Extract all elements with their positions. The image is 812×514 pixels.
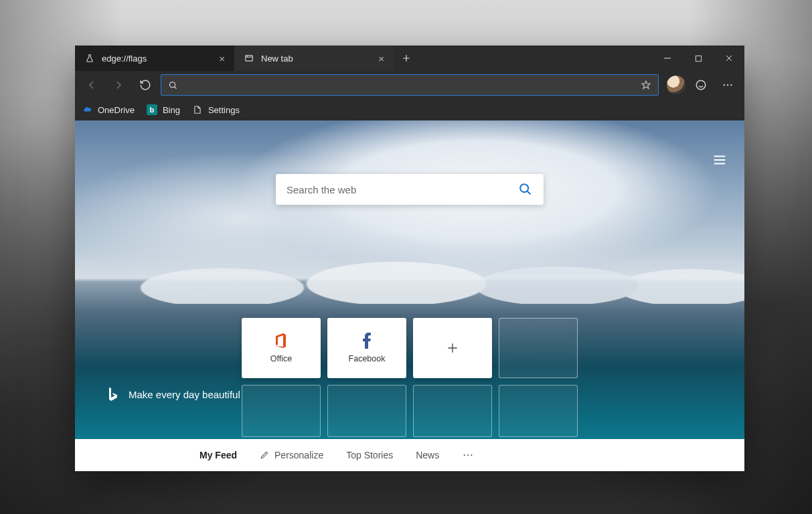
bing-icon: b — [147, 104, 157, 115]
feed-tab-myfeed[interactable]: My Feed — [199, 450, 237, 460]
web-search-box[interactable] — [276, 174, 544, 205]
svg-point-7 — [520, 184, 528, 192]
svg-rect-1 — [696, 56, 701, 61]
feed-tab-news[interactable]: News — [416, 450, 439, 460]
web-search-input[interactable] — [287, 184, 518, 195]
top-sites-row-1: Office Facebook — [242, 318, 578, 378]
refresh-button[interactable] — [134, 74, 157, 96]
new-tab-button[interactable] — [394, 46, 419, 71]
svg-rect-0 — [246, 56, 253, 61]
tab-flags[interactable]: edge://flags × — [75, 46, 234, 71]
feed-label: Personalize — [274, 450, 323, 460]
facebook-icon — [363, 333, 371, 349]
tile-placeholder[interactable] — [499, 318, 578, 378]
flask-icon — [84, 53, 95, 64]
newtab-icon — [244, 53, 254, 64]
feedback-smiley-button[interactable] — [689, 74, 712, 96]
page-icon — [192, 104, 203, 115]
svg-point-10 — [471, 454, 472, 456]
svg-point-2 — [170, 82, 175, 87]
tile-placeholder[interactable] — [499, 385, 578, 437]
tab-newtab[interactable]: New tab × — [234, 46, 394, 71]
svg-point-8 — [464, 454, 465, 456]
new-tab-page: Office Facebook — [75, 120, 744, 471]
favorite-label: Settings — [208, 105, 240, 115]
office-icon — [274, 333, 288, 349]
close-tab-icon[interactable]: × — [219, 54, 225, 64]
pencil-icon — [260, 450, 269, 460]
tab-title: edge://flags — [102, 54, 147, 64]
toolbar — [75, 71, 744, 99]
favorites-bar: OneDrive b Bing Settings — [75, 99, 744, 120]
favorite-settings[interactable]: Settings — [192, 104, 240, 115]
feed-tab-topstories[interactable]: Top Stories — [346, 450, 393, 460]
svg-point-6 — [730, 84, 732, 86]
svg-point-5 — [727, 84, 728, 86]
page-settings-button[interactable] — [712, 153, 727, 167]
tab-strip: edge://flags × New tab × — [75, 46, 744, 71]
favorite-bing[interactable]: b Bing — [147, 104, 180, 115]
tile-placeholder[interactable] — [413, 385, 492, 437]
onedrive-icon — [82, 104, 92, 115]
favorite-label: OneDrive — [98, 105, 135, 115]
feed-label: My Feed — [199, 450, 237, 460]
more-menu-button[interactable] — [716, 74, 739, 96]
forward-button[interactable] — [107, 74, 130, 96]
back-button[interactable] — [80, 74, 103, 96]
feed-tab-personalize[interactable]: Personalize — [260, 450, 323, 460]
top-sites-row-2 — [242, 385, 578, 437]
feed-bar: My Feed Personalize Top Stories News — [75, 439, 744, 471]
tile-placeholder[interactable] — [327, 385, 406, 437]
svg-point-3 — [696, 80, 706, 90]
close-window-button[interactable] — [714, 46, 744, 71]
svg-point-4 — [724, 84, 725, 86]
tile-label: Facebook — [349, 354, 386, 363]
browser-chrome: edge://flags × New tab × — [75, 46, 744, 120]
feed-label: Top Stories — [346, 450, 393, 460]
profile-avatar[interactable] — [667, 76, 685, 94]
tile-label: Office — [270, 354, 292, 363]
search-icon — [168, 80, 178, 90]
svg-point-9 — [467, 454, 469, 456]
feed-more-button[interactable] — [462, 449, 474, 461]
tile-office[interactable]: Office — [242, 318, 321, 378]
tile-facebook[interactable]: Facebook — [327, 318, 406, 378]
window-controls — [652, 46, 744, 71]
favorite-star-icon[interactable] — [641, 80, 651, 90]
tab-title: New tab — [261, 54, 293, 64]
maximize-button[interactable] — [683, 46, 714, 71]
address-input[interactable] — [185, 80, 634, 90]
desktop-wallpaper: edge://flags × New tab × — [0, 0, 812, 514]
favorite-label: Bing — [163, 105, 180, 115]
hero-snowcaps — [75, 224, 744, 304]
feed-label: News — [416, 450, 439, 460]
browser-window: edge://flags × New tab × — [75, 46, 744, 471]
tile-placeholder[interactable] — [242, 385, 321, 437]
minimize-button[interactable] — [652, 46, 683, 71]
favorite-onedrive[interactable]: OneDrive — [82, 104, 135, 115]
bing-tagline[interactable]: Make every day beautiful — [107, 387, 240, 402]
address-bar[interactable] — [161, 74, 659, 96]
close-tab-icon[interactable]: × — [378, 54, 384, 64]
tagline-text: Make every day beautiful — [129, 389, 240, 400]
search-submit-icon[interactable] — [518, 182, 533, 197]
bing-logo-icon — [107, 387, 119, 402]
tile-add-site[interactable] — [413, 318, 492, 378]
